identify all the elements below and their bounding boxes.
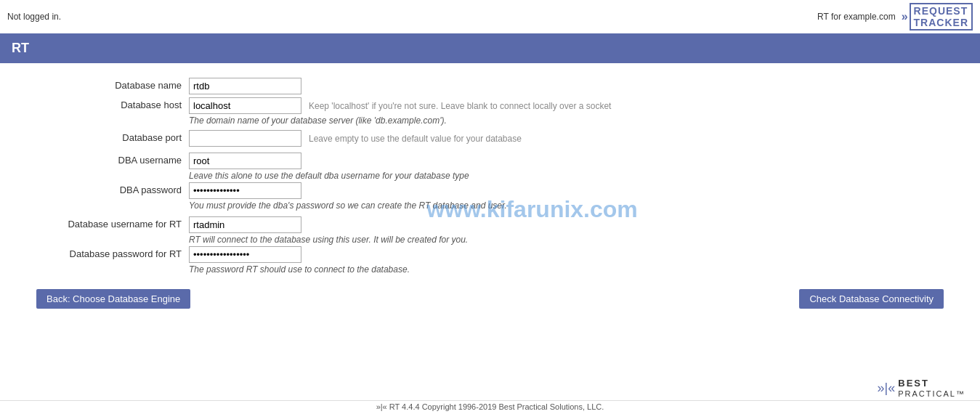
rt-username-label: Database username for RT (29, 216, 189, 230)
rt-username-input-area: RT will connect to the database using th… (189, 216, 468, 245)
database-port-hint: Leave empty to use the default value for… (309, 134, 522, 144)
database-port-input-area: Leave empty to use the default value for… (189, 130, 522, 147)
request-tracker-logo: » REQUESTTRACKER (902, 3, 973, 31)
database-host-label: Database host (29, 97, 189, 110)
dba-username-row: DBA username Leave this alone to use the… (29, 153, 951, 181)
page-title: RT (12, 41, 29, 55)
dba-password-label: DBA password (29, 182, 189, 195)
database-host-input-row: Keep 'localhost' if you're not sure. Lea… (189, 97, 611, 114)
footer-logo: »|« BEST PRACTICAL™ (0, 372, 980, 400)
rt-password-input[interactable] (189, 246, 301, 263)
database-port-row: Database port Leave empty to use the def… (29, 130, 951, 147)
logo-text: REQUESTTRACKER (910, 3, 973, 31)
page-header: RT (0, 33, 980, 63)
database-name-input[interactable] (189, 78, 301, 94)
logo-arrows-icon: » (902, 10, 908, 23)
rt-username-input[interactable] (189, 216, 301, 233)
dba-password-input[interactable] (189, 182, 301, 199)
footer-practical-label: PRACTICAL™ (898, 389, 965, 399)
rt-hostname: RT for example.com (817, 12, 896, 22)
footer-copyright: »|« RT 4.4.4 Copyright 1996-2019 Best Pr… (0, 400, 980, 414)
footer: »|« BEST PRACTICAL™ »|« RT 4.4.4 Copyrig… (0, 372, 980, 414)
database-name-label: Database name (29, 78, 189, 91)
rt-password-row: Database password for RT The password RT… (29, 246, 951, 275)
dba-username-note: Leave this alone to use the default dba … (189, 171, 469, 181)
database-name-input-area (189, 78, 301, 94)
rt-password-label: Database password for RT (29, 246, 189, 259)
rt-password-input-area: The password RT should use to connect to… (189, 246, 410, 275)
check-connectivity-button[interactable]: Check Database Connectivity (799, 289, 944, 309)
back-button[interactable]: Back: Choose Database Engine (36, 289, 190, 309)
not-logged-in-label: Not logged in. (7, 12, 61, 22)
main-content: Database name Database host Keep 'localh… (0, 63, 980, 323)
button-row: Back: Choose Database Engine Check Datab… (29, 289, 951, 309)
footer-arrows-icon: »|« (878, 381, 896, 396)
rt-password-note: The password RT should use to connect to… (189, 264, 410, 275)
footer-best-label: BEST (898, 378, 965, 389)
database-port-label: Database port (29, 130, 189, 143)
database-port-input[interactable] (189, 130, 301, 147)
database-port-input-row: Leave empty to use the default value for… (189, 130, 522, 147)
rt-username-note: RT will connect to the database using th… (189, 235, 468, 245)
database-host-hint: Keep 'localhost' if you're not sure. Lea… (309, 101, 611, 111)
database-name-row: Database name (29, 78, 951, 94)
database-host-row: Database host Keep 'localhost' if you're… (29, 97, 951, 126)
dba-password-row: DBA password You must provide the dba's … (29, 182, 951, 211)
top-bar-right: RT for example.com » REQUESTTRACKER (817, 3, 973, 31)
database-host-note: The domain name of your database server … (189, 115, 611, 126)
dba-password-input-area: You must provide the dba's password so w… (189, 182, 507, 211)
dba-username-input-area: Leave this alone to use the default dba … (189, 153, 469, 181)
database-host-input-area: Keep 'localhost' if you're not sure. Lea… (189, 97, 611, 126)
rt-username-row: Database username for RT RT will connect… (29, 216, 951, 245)
top-bar: Not logged in. RT for example.com » REQU… (0, 0, 980, 33)
database-host-input[interactable] (189, 97, 301, 114)
dba-password-note: You must provide the dba's password so w… (189, 200, 507, 211)
dba-username-input[interactable] (189, 153, 301, 169)
footer-bp-text: BEST PRACTICAL™ (898, 378, 965, 399)
dba-username-label: DBA username (29, 153, 189, 166)
